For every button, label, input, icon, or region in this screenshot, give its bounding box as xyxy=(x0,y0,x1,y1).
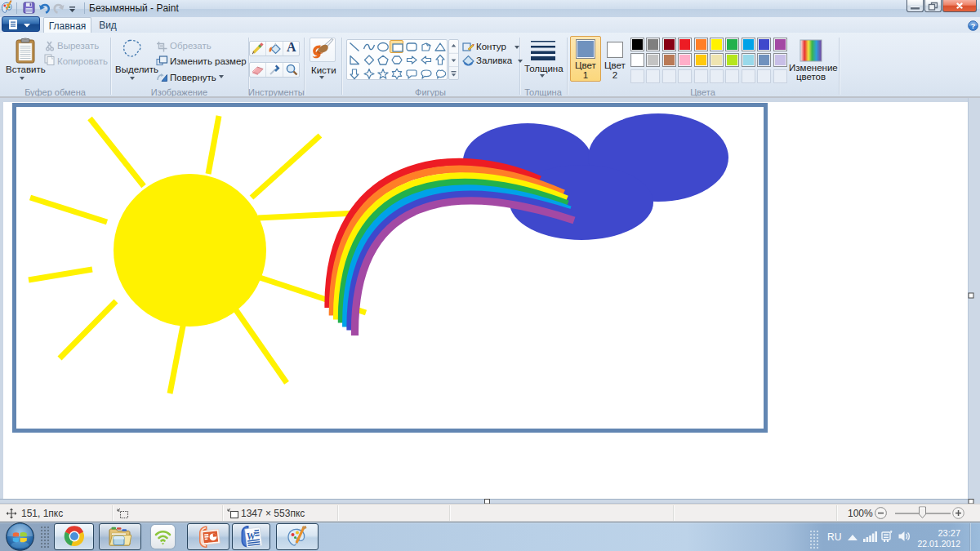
svg-text:?: ? xyxy=(971,22,976,30)
